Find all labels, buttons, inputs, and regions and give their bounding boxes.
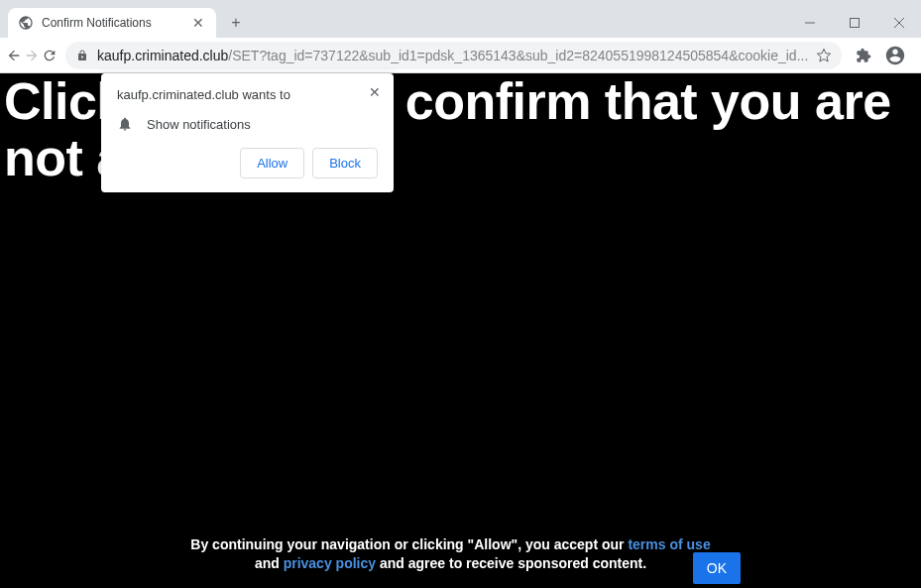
cookie-ok-button[interactable]: OK [693, 552, 741, 584]
block-button[interactable]: Block [312, 148, 378, 178]
tab-strip: Confirm Notifications ✕ + [0, 8, 921, 38]
popup-permission-label: Show notifications [147, 117, 251, 132]
reload-button[interactable] [42, 40, 58, 71]
cookie-and: and [255, 555, 284, 571]
popup-header: kaufp.criminated.club wants to [117, 87, 378, 102]
bookmark-star-icon[interactable] [816, 48, 832, 63]
allow-button[interactable]: Allow [240, 148, 304, 178]
new-tab-button[interactable]: + [222, 9, 250, 37]
browser-tab[interactable]: Confirm Notifications ✕ [8, 8, 216, 38]
cookie-text: By continuing your navigation or clickin… [190, 536, 710, 572]
svg-rect-1 [850, 19, 859, 28]
toolbar-actions: ⋮ [850, 42, 921, 69]
forward-button[interactable] [24, 40, 40, 71]
url-host: kaufp.criminated.club [97, 48, 228, 63]
window-close-button[interactable] [876, 8, 921, 38]
back-button[interactable] [6, 40, 22, 71]
lock-icon [75, 49, 89, 62]
privacy-policy-link[interactable]: privacy policy [284, 555, 376, 571]
popup-permission-row: Show notifications [117, 116, 378, 132]
browser-toolbar: kaufp.criminated.club/SET?tag_id=737122&… [0, 38, 921, 73]
extensions-icon[interactable] [850, 42, 877, 69]
cookie-text-after: and agree to receive sponsored content. [376, 555, 646, 571]
cookie-text-before: By continuing your navigation or clickin… [190, 536, 628, 552]
url-path: /SET?tag_id=737122&sub_id1=pdsk_1365143&… [228, 48, 808, 63]
window-titlebar [0, 0, 921, 8]
url-text: kaufp.criminated.club/SET?tag_id=737122&… [97, 48, 808, 63]
popup-buttons: Allow Block [117, 148, 378, 178]
window-controls [787, 8, 921, 38]
maximize-button[interactable] [832, 8, 876, 38]
cookie-banner: By continuing your navigation or clickin… [0, 535, 921, 574]
bell-icon [117, 116, 133, 132]
globe-icon [18, 15, 34, 31]
address-bar[interactable]: kaufp.criminated.club/SET?tag_id=737122&… [65, 42, 842, 69]
tab-close-icon[interactable]: ✕ [190, 15, 206, 31]
minimize-button[interactable] [787, 8, 832, 38]
kebab-menu-icon[interactable]: ⋮ [913, 42, 921, 69]
profile-avatar-icon[interactable] [881, 42, 909, 69]
notification-permission-popup: ✕ kaufp.criminated.club wants to Show no… [101, 73, 394, 192]
tab-title: Confirm Notifications [42, 16, 182, 30]
popup-close-icon[interactable]: ✕ [366, 83, 384, 101]
terms-of-use-link[interactable]: terms of use [628, 536, 710, 552]
